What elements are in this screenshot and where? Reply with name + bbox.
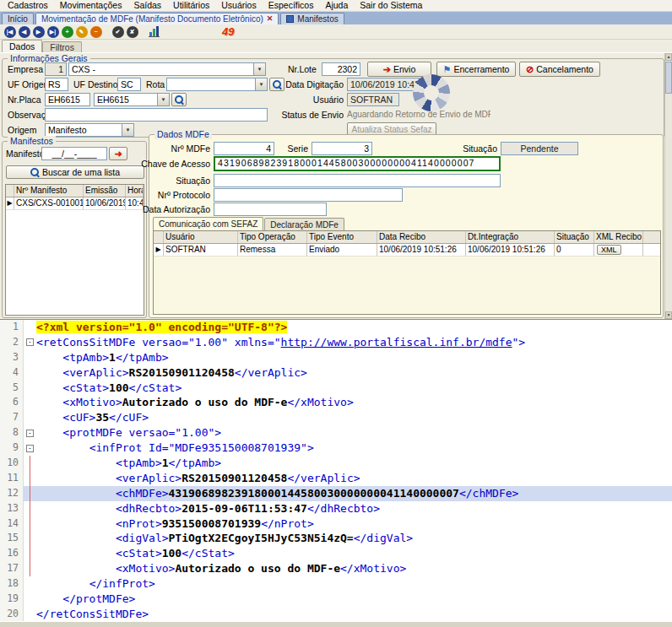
column-header-marker bbox=[6, 185, 14, 197]
mdfe-tab[interactable]: Declaração MDFe bbox=[264, 218, 344, 230]
xml-line[interactable]: 10 <tpAmb>1</tpAmb> bbox=[0, 456, 672, 471]
fold-gutter: - bbox=[24, 425, 36, 441]
xml-line[interactable]: 15 <digVal>PTiOgtX2ECgoyI5HJyC53N5i4zQ=<… bbox=[0, 531, 672, 546]
origem-combo[interactable]: Manifesto ▼ bbox=[45, 123, 134, 137]
nav-last-button[interactable]: ▶| bbox=[46, 24, 60, 39]
rota-combo[interactable]: ▼ bbox=[166, 78, 268, 91]
cell: 10/06/2019 10:51:26 bbox=[466, 244, 555, 256]
xml-code-text: <xMotivo>Autorizado o uso do MDF-e</xMot… bbox=[36, 561, 672, 576]
data-digitacao-field: 10/06/2019 10:42 bbox=[347, 78, 420, 91]
menu-item[interactable]: Movimentações bbox=[54, 0, 128, 11]
xml-line[interactable]: 14 <nProt>935150008701939</nProt> bbox=[0, 516, 672, 532]
xml-line[interactable]: 3 <tpAmb>1</tpAmb> bbox=[0, 350, 672, 365]
view-tab[interactable]: Filtros bbox=[42, 41, 82, 52]
xml-line[interactable]: 2-<retConsSitMDFe versao="1.00" xmlns="h… bbox=[0, 335, 672, 350]
fold-gutter bbox=[24, 561, 36, 576]
envio-button[interactable]: ➔ Envio bbox=[367, 62, 431, 77]
scroll-down-icon[interactable]: ▼ bbox=[665, 311, 672, 319]
xml-line[interactable]: 12 <chMDFe>43190689823918000144580030000… bbox=[0, 486, 672, 501]
xml-line[interactable]: 6 <xMotivo>Autorizado o uso do MDF-e</xM… bbox=[0, 395, 672, 410]
xml-line[interactable]: 8- <protMDFe versao="1.00"> bbox=[0, 425, 672, 441]
menu-item[interactable]: Cadastros bbox=[2, 0, 54, 11]
delete-button[interactable]: − bbox=[89, 24, 103, 39]
menu-item[interactable]: Usuários bbox=[215, 0, 262, 11]
xml-line[interactable]: 18 </infProt> bbox=[0, 576, 672, 592]
xml-line[interactable]: 9- <infProt Id="MDFe935150008701939"> bbox=[0, 441, 672, 456]
uf-origem-field[interactable]: RS bbox=[45, 78, 68, 91]
chevron-down-icon[interactable]: ▼ bbox=[122, 124, 133, 136]
chart-button[interactable] bbox=[147, 24, 161, 39]
menu-item[interactable]: Utilitários bbox=[167, 0, 215, 11]
manifesto-mask-field[interactable]: __/__-____ bbox=[41, 147, 107, 160]
fold-gutter bbox=[24, 607, 36, 621]
placa-combo-value: EH6615 bbox=[97, 95, 129, 105]
placa-combo[interactable]: EH6615 ▼ bbox=[94, 93, 170, 106]
cancelamento-button[interactable]: ⊘ Cancelamento bbox=[519, 62, 600, 77]
fold-collapse-icon[interactable]: - bbox=[26, 445, 34, 452]
placa-search-button[interactable] bbox=[171, 93, 187, 106]
edit-button[interactable]: ✎ bbox=[74, 24, 89, 39]
nrplaca-field[interactable]: EH6615 bbox=[45, 93, 90, 106]
insert-icon: + bbox=[62, 26, 73, 38]
nav-prior-button[interactable]: ◀ bbox=[17, 24, 31, 39]
menu-bar: CadastrosMovimentaçõesSaídasUtilitáriosU… bbox=[0, 0, 672, 12]
xml-line[interactable]: 20</retConsSitMDFe> bbox=[0, 607, 672, 621]
uf-destino-label: UF Destino bbox=[73, 78, 118, 91]
nrlote-field[interactable]: 2302 bbox=[322, 62, 360, 76]
insert-button[interactable]: + bbox=[60, 24, 74, 39]
observacao-field[interactable] bbox=[45, 108, 268, 122]
tab-close-icon[interactable]: ✕ bbox=[267, 15, 274, 23]
uf-destino-field[interactable]: SC bbox=[117, 78, 141, 91]
menu-item[interactable]: Ajuda bbox=[319, 0, 354, 11]
nav-first-button[interactable]: |◀ bbox=[3, 24, 17, 39]
window-tab-strip: InícioMovimentação de MDFe (Manifesto Do… bbox=[0, 12, 672, 24]
xml-line[interactable]: 16 <cStat>100</cStat> bbox=[0, 546, 672, 561]
vertical-scrollbar[interactable]: ▲ ▼ bbox=[664, 53, 672, 319]
chevron-down-icon[interactable]: ▼ bbox=[253, 63, 265, 75]
manifesto-go-button[interactable]: ➜ bbox=[109, 147, 127, 160]
send-icon: ➔ bbox=[383, 64, 391, 75]
fold-collapse-icon[interactable]: - bbox=[26, 338, 34, 346]
window-tab[interactable]: Movimentação de MDFe (Manifesto Document… bbox=[35, 13, 279, 24]
xml-viewer[interactable]: 1<?xml version="1.0" encoding="UTF-8"?>2… bbox=[0, 319, 672, 621]
empresa-combo[interactable]: CXS - ▼ bbox=[68, 62, 266, 76]
xml-code-text: <?xml version="1.0" encoding="UTF-8"?> bbox=[36, 320, 672, 335]
scroll-up-icon[interactable]: ▲ bbox=[665, 53, 672, 61]
xml-recibo-button[interactable]: XML bbox=[597, 245, 621, 255]
xml-line[interactable]: 11 <verAplic>RS20150901120458</verAplic> bbox=[0, 471, 672, 486]
table-row[interactable]: ▶SOFTRANRemessaEnviado10/06/2019 10:51:2… bbox=[154, 244, 660, 257]
buscar-lista-button[interactable]: Buscar de uma lista bbox=[6, 165, 144, 179]
window-tab[interactable]: Início bbox=[2, 13, 34, 24]
xml-line[interactable]: 13 <dhRecbto>2015-09-06T11:53:47</dhRecb… bbox=[0, 501, 672, 516]
cell: XML bbox=[594, 244, 643, 256]
fold-collapse-icon[interactable]: - bbox=[26, 430, 34, 437]
sefaz-grid[interactable]: UsuárioTipo OperaçãoTipo EventoData Reci… bbox=[153, 230, 661, 315]
xml-line[interactable]: 19 </protMDFe> bbox=[0, 592, 672, 607]
status-spinner-icon bbox=[413, 74, 450, 111]
chevron-down-icon[interactable]: ▼ bbox=[157, 94, 169, 105]
nav-next-button[interactable]: ▶ bbox=[31, 24, 46, 39]
status-envio-label: Status de Envio bbox=[268, 108, 344, 122]
table-row[interactable]: ▶CXS/CXS-001001010/06/201910:41 bbox=[6, 197, 144, 210]
origem-label: Origem bbox=[8, 123, 36, 137]
manifestos-grid[interactable]: Nrº ManifestoEmissãoHora▶CXS/CXS-0010010… bbox=[5, 184, 144, 316]
view-tab[interactable]: Dados bbox=[2, 40, 42, 52]
cancel-button[interactable]: ✘ bbox=[125, 24, 139, 39]
encerramento-button[interactable]: ⚑ Encerramento bbox=[436, 62, 516, 77]
menu-item[interactable]: Saídas bbox=[127, 0, 167, 11]
xml-line[interactable]: 7 <cUF>35</cUF> bbox=[0, 410, 672, 425]
line-number: 16 bbox=[0, 546, 24, 561]
chave-acesso-field[interactable]: 4319068982391800014458003000000004114000… bbox=[214, 156, 501, 171]
row-marker-icon: ▶ bbox=[6, 197, 14, 209]
menu-item[interactable]: Específicos bbox=[263, 0, 320, 11]
xml-line[interactable]: 1<?xml version="1.0" encoding="UTF-8"?> bbox=[0, 320, 672, 335]
mdfe-tab[interactable]: Comunicação com SEFAZ bbox=[153, 217, 263, 230]
xml-line[interactable]: 5 <cStat>100</cStat> bbox=[0, 381, 672, 396]
window-tab[interactable]: Manifestos bbox=[280, 13, 344, 24]
chevron-down-icon[interactable]: ▼ bbox=[255, 78, 267, 90]
scrollbar-thumb[interactable] bbox=[665, 62, 672, 94]
xml-line[interactable]: 4 <verAplic>RS20150901120458</verAplic> bbox=[0, 365, 672, 381]
xml-line[interactable]: 17 <xMotivo>Autorizado o uso do MDF-e</x… bbox=[0, 561, 672, 576]
menu-item[interactable]: Sair do Sistema bbox=[354, 0, 428, 11]
confirm-button[interactable]: ✔ bbox=[111, 24, 125, 39]
